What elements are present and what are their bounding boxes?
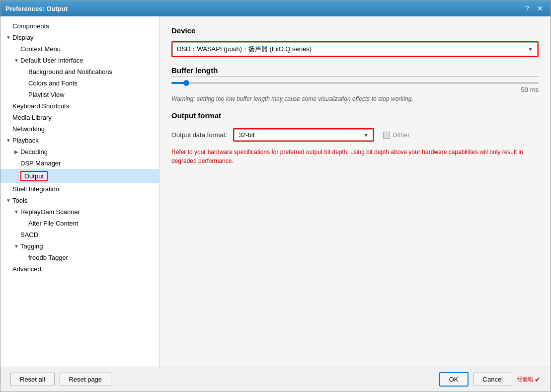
sidebar-item-playback[interactable]: ▼Playback [0,135,159,146]
device-dropdown-arrow-icon: ▼ [528,46,533,52]
device-dropdown-row[interactable]: DSD：WASAPI (push)：扬声器 (FiiO Q series) ▼ [172,42,538,56]
sidebar-item-default-ui[interactable]: ▼Default User Interface [0,55,159,66]
format-value: 32-bit [238,131,359,139]
tree-toggle-default-ui: ▼ [12,58,20,63]
sidebar-item-label-networking: Networking [12,125,45,133]
sidebar-item-label-media-library: Media Library [12,114,52,121]
sidebar-item-label-default-ui: Default User Interface [20,57,83,64]
dither-label: Dither [393,131,410,139]
footer-left: Reset all Reset page [10,373,111,386]
sidebar-item-tagging[interactable]: ▼Tagging [0,240,159,252]
sidebar-item-label-replaygain: ReplayGain Scanner [20,208,80,216]
sidebar-item-label-background: Background and Notifications [28,68,112,76]
format-dropdown-inner[interactable]: 32-bit ▼ [234,129,373,141]
reset-all-button[interactable]: Reset all [10,373,55,386]
sidebar-item-components[interactable]: Components [0,20,159,32]
format-dropdown-wrapper: 32-bit ▼ [233,128,374,142]
format-dropdown-arrow-icon: ▼ [363,132,369,138]
sidebar-item-label-context-menu: Context Menu [20,45,61,53]
watermark: 经验啦 ✔ [517,376,541,384]
buffer-slider-track[interactable] [171,82,539,84]
sidebar-item-context-menu[interactable]: Context Menu [0,43,159,55]
dither-checkbox: Dither [383,131,410,139]
title-bar-controls: ? ✕ [522,3,546,14]
preferences-window: Preferences: Output ? ✕ Components▼Displ… [0,0,551,392]
sidebar-item-sacd[interactable]: SACD [0,229,159,240]
sidebar-item-label-playlist: Playlist View [28,91,65,98]
buffer-section: Buffer length 50 ms Warning: setting too… [171,66,539,102]
sidebar-item-label-components: Components [12,22,49,30]
sidebar-item-display[interactable]: ▼Display [0,32,159,43]
sidebar-item-shell[interactable]: Shell Integration [0,183,159,195]
sidebar-item-label-colors: Colors and Fonts [28,79,78,87]
sidebar-item-colors[interactable]: Colors and Fonts [0,78,159,89]
tree-toggle-tagging: ▼ [12,243,20,249]
sidebar-item-label-dsp-manager: DSP Manager [20,159,61,167]
close-button[interactable]: ✕ [535,3,546,14]
window-body: Components▼DisplayContext Menu▼Default U… [0,16,551,367]
sidebar-item-dsp-manager[interactable]: DSP Manager [0,157,159,169]
sidebar-item-label-decoding: Decoding [20,148,48,156]
sidebar-item-decoding[interactable]: ▶Decoding [0,146,159,157]
watermark-text: 经验啦 [517,376,534,383]
sidebar-item-replaygain[interactable]: ▼ReplayGain Scanner [0,206,159,218]
sidebar-item-label-alter-file: Alter File Content [28,220,78,227]
sidebar-item-label-keyboard: Keyboard Shortcuts [12,102,69,110]
sidebar-item-keyboard[interactable]: Keyboard Shortcuts [0,100,159,112]
ok-button[interactable]: OK [439,372,469,387]
sidebar-item-label-shell: Shell Integration [12,185,59,193]
title-bar: Preferences: Output ? ✕ [0,0,551,16]
sidebar-item-tools[interactable]: ▼Tools [0,195,159,206]
tree-toggle-replaygain: ▼ [12,209,20,215]
format-row: Output data format: 32-bit ▼ Dither [171,128,539,142]
sidebar-item-playlist[interactable]: Playlist View [0,89,159,100]
device-dropdown-wrapper: DSD：WASAPI (push)：扬声器 (FiiO Q series) ▼ [171,41,539,57]
window-title: Preferences: Output [5,5,68,12]
sidebar-item-label-output: Output [20,171,48,181]
sidebar-item-output[interactable]: Output [0,169,159,183]
buffer-section-title: Buffer length [171,66,539,77]
reset-page-button[interactable]: Reset page [60,373,112,386]
buffer-value: 50 ms [171,86,539,93]
sidebar: Components▼DisplayContext Menu▼Default U… [0,16,159,367]
watermark-check-icon: ✔ [535,376,541,384]
dither-check-input[interactable] [383,132,390,139]
sidebar-item-label-freedb: freedb Tagger [28,254,68,261]
tree-toggle-decoding: ▶ [12,149,20,155]
sidebar-item-alter-file[interactable]: Alter File Content [0,218,159,229]
tree-toggle-playback: ▼ [4,138,12,143]
tree-toggle-tools: ▼ [4,198,12,203]
footer-right: OK Cancel 经验啦 ✔ [439,372,541,387]
device-section: Device DSD：WASAPI (push)：扬声器 (FiiO Q ser… [171,26,539,57]
footer: Reset all Reset page OK Cancel 经验啦 ✔ [0,367,551,392]
output-format-section: Output format Output data format: 32-bit… [171,111,539,165]
output-format-title: Output format [171,111,539,122]
sidebar-item-label-tools: Tools [12,197,27,204]
sidebar-item-networking[interactable]: Networking [0,123,159,135]
sidebar-item-advanced[interactable]: Advanced [0,263,159,275]
device-value: DSD：WASAPI (push)：扬声器 (FiiO Q series) [177,45,524,54]
sidebar-item-media-library[interactable]: Media Library [0,112,159,123]
sidebar-item-label-display: Display [12,34,34,41]
sidebar-item-label-playback: Playback [12,137,39,144]
tree-toggle-display: ▼ [4,35,12,40]
sidebar-item-label-sacd: SACD [20,231,38,238]
format-label: Output data format: [171,131,227,139]
device-section-title: Device [171,26,539,37]
cancel-button[interactable]: Cancel [473,373,512,386]
sidebar-item-label-tagging: Tagging [20,242,43,250]
sidebar-item-background[interactable]: Background and Notifications [0,66,159,78]
buffer-warning: Warning: setting too low buffer length m… [171,95,539,102]
main-content: Device DSD：WASAPI (push)：扬声器 (FiiO Q ser… [159,16,551,367]
sidebar-item-freedb[interactable]: freedb Tagger [0,252,159,263]
help-button[interactable]: ? [522,3,533,14]
sidebar-item-label-advanced: Advanced [12,265,41,273]
buffer-slider-container [171,82,539,84]
buffer-slider-thumb[interactable] [183,80,189,86]
format-note: Refer to your hardware specifications fo… [171,148,539,165]
